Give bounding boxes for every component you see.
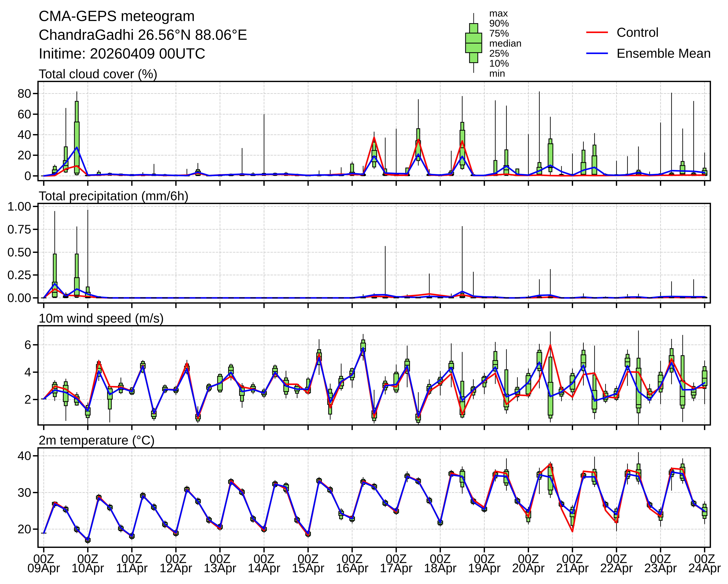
svg-text:10%: 10% (489, 58, 509, 69)
svg-text:25%: 25% (489, 48, 509, 59)
svg-text:21Apr: 21Apr (556, 561, 589, 575)
svg-text:12Apr: 12Apr (159, 561, 192, 575)
svg-text:Initime: 20260409 00UTC: Initime: 20260409 00UTC (38, 45, 205, 61)
svg-text:17Apr: 17Apr (380, 561, 412, 575)
svg-text:Total precipitation (mm/6h): Total precipitation (mm/6h) (38, 189, 189, 203)
svg-text:19Apr: 19Apr (468, 561, 500, 575)
svg-text:20: 20 (18, 148, 31, 162)
svg-text:13Apr: 13Apr (204, 561, 236, 575)
svg-text:1.00: 1.00 (7, 200, 31, 213)
svg-text:10Apr: 10Apr (72, 561, 104, 575)
svg-text:40: 40 (18, 128, 31, 141)
svg-text:0.25: 0.25 (7, 268, 31, 282)
svg-text:60: 60 (18, 107, 31, 121)
svg-text:Ensemble Mean: Ensemble Mean (617, 46, 711, 60)
svg-text:15Apr: 15Apr (292, 561, 324, 575)
svg-text:40: 40 (18, 449, 31, 462)
svg-text:2: 2 (24, 393, 31, 406)
svg-text:18Apr: 18Apr (424, 561, 457, 575)
svg-text:90%: 90% (489, 18, 509, 29)
svg-text:0.50: 0.50 (7, 245, 31, 259)
svg-text:4: 4 (24, 365, 31, 379)
svg-text:10m wind speed (m/s): 10m wind speed (m/s) (38, 311, 164, 325)
svg-text:09Apr: 09Apr (27, 561, 60, 575)
svg-text:min: min (489, 68, 505, 79)
svg-text:16Apr: 16Apr (336, 561, 368, 575)
svg-text:2m temperature (°C): 2m temperature (°C) (38, 433, 155, 447)
svg-text:Control: Control (617, 25, 659, 39)
svg-text:median: median (489, 38, 522, 49)
svg-text:6: 6 (24, 338, 31, 351)
svg-text:23Apr: 23Apr (644, 561, 677, 575)
svg-text:ChandraGadhi 26.56°N 88.06°E: ChandraGadhi 26.56°N 88.06°E (38, 27, 247, 43)
svg-text:Total cloud cover (%): Total cloud cover (%) (38, 67, 157, 81)
svg-text:CMA-GEPS meteogram: CMA-GEPS meteogram (38, 8, 195, 24)
svg-text:0: 0 (24, 169, 31, 183)
svg-text:max: max (489, 8, 508, 19)
svg-text:0.75: 0.75 (7, 222, 31, 236)
svg-text:80: 80 (18, 86, 31, 100)
svg-text:22Apr: 22Apr (600, 561, 633, 575)
svg-text:0.00: 0.00 (7, 291, 31, 304)
svg-text:30: 30 (18, 485, 31, 499)
svg-text:20Apr: 20Apr (512, 561, 545, 575)
svg-text:24Apr: 24Apr (688, 561, 721, 575)
svg-text:20: 20 (18, 522, 31, 536)
svg-text:14Apr: 14Apr (248, 561, 280, 575)
svg-text:11Apr: 11Apr (116, 561, 148, 575)
svg-text:75%: 75% (489, 28, 509, 38)
